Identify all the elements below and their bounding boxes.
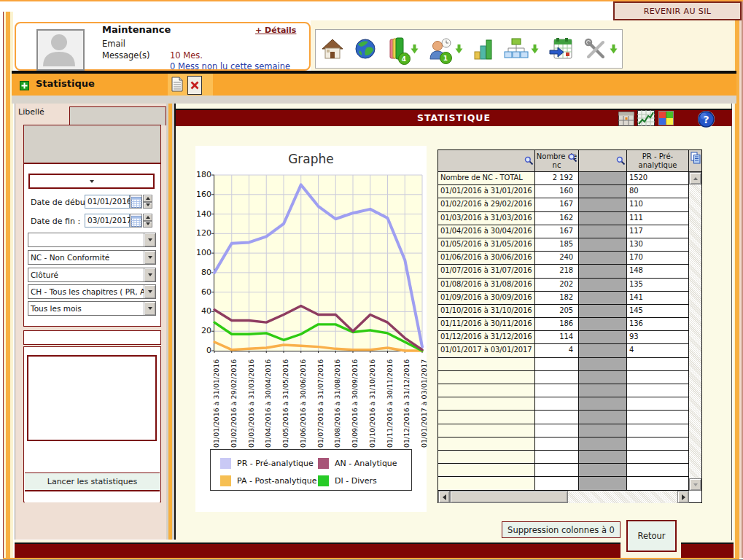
horizontal-scrollbar[interactable] xyxy=(438,491,689,503)
table-row[interactable] xyxy=(438,464,689,477)
table-row[interactable]: 01/09/2016 à 30/09/2016182141 xyxy=(438,292,689,305)
table-row[interactable]: 01/03/2016 à 31/03/2016162111 xyxy=(438,212,689,225)
table-row[interactable] xyxy=(438,358,689,371)
expand-down-icon[interactable] xyxy=(411,44,419,54)
date-start-input[interactable]: 01/01/2016 xyxy=(85,195,130,209)
table-cell: 01/08/2016 à 31/08/2016 xyxy=(438,279,535,292)
table-cell: 136 xyxy=(627,318,689,331)
date-end-input[interactable]: 03/01/2017 xyxy=(85,214,130,228)
table-row[interactable]: 01/01/2016 à 31/01/201616080 xyxy=(438,185,689,198)
table-row[interactable]: 01/10/2016 à 31/10/2016205145 xyxy=(438,305,689,318)
messages-count: 10 Mes. xyxy=(170,50,203,61)
expand-down-icon[interactable] xyxy=(531,44,539,54)
expand-down-icon[interactable] xyxy=(610,44,618,54)
table-row[interactable] xyxy=(438,424,689,438)
page-tab-button[interactable] xyxy=(171,77,183,95)
table-cell xyxy=(438,464,535,477)
table-cell xyxy=(535,464,579,477)
table-row[interactable]: Nombre de NC - TOTAL2 1921520 xyxy=(438,172,689,185)
statistic-type-combo[interactable] xyxy=(28,174,155,189)
table-row[interactable]: 01/01/2017 à 03/01/201744 xyxy=(438,344,689,357)
chevron-down-icon[interactable] xyxy=(144,302,155,315)
scroll-right-button[interactable] xyxy=(677,491,689,503)
search-icon[interactable] xyxy=(524,156,534,166)
home-icon xyxy=(321,37,344,61)
copy-icon[interactable] xyxy=(691,152,701,164)
table-row[interactable]: 01/08/2016 à 31/08/2016202135 xyxy=(438,279,689,292)
selection-listbox[interactable] xyxy=(27,355,157,441)
filter-combo-months[interactable]: Tous les mois xyxy=(28,301,156,316)
table-row[interactable]: 01/02/2016 à 29/02/2016167110 xyxy=(438,198,689,211)
statistics-button[interactable] xyxy=(472,37,494,61)
date-start-spinner[interactable] xyxy=(143,195,152,209)
column-header-period[interactable] xyxy=(438,150,535,172)
search-icon[interactable] xyxy=(616,156,626,166)
suppress-zero-columns-button[interactable]: Suppression colonnes à 0 xyxy=(502,521,621,538)
library-button[interactable]: 4 xyxy=(386,36,419,61)
table-cell xyxy=(579,358,627,371)
chevron-down-icon[interactable] xyxy=(144,268,155,281)
spin-up-icon[interactable] xyxy=(143,195,152,202)
home-button[interactable] xyxy=(321,37,344,61)
sidebar-tab[interactable] xyxy=(69,106,166,125)
table-row[interactable] xyxy=(438,477,689,490)
column-header-hidden[interactable] xyxy=(579,150,627,172)
scroll-down-button[interactable] xyxy=(689,478,701,491)
chevron-down-icon[interactable] xyxy=(144,285,155,298)
legend-swatch xyxy=(220,458,231,469)
table-row[interactable]: 01/11/2016 à 30/11/2016186136 xyxy=(438,318,689,331)
filter-combo-status[interactable]: Clôturé xyxy=(28,268,156,282)
globe-button[interactable] xyxy=(354,37,377,61)
table-cell xyxy=(579,172,627,185)
table-row[interactable] xyxy=(438,371,689,384)
scrollbar-thumb[interactable] xyxy=(450,491,568,503)
close-tab-button[interactable] xyxy=(187,76,202,95)
scroll-up-button[interactable] xyxy=(689,172,701,184)
expand-down-icon[interactable] xyxy=(455,44,463,54)
table-row[interactable] xyxy=(438,438,689,451)
user-history-button[interactable]: 1 xyxy=(428,37,463,61)
table-row[interactable] xyxy=(438,411,689,424)
export-corner-cell[interactable] xyxy=(689,150,701,172)
filter-combo-type[interactable]: NC - Non Conformité xyxy=(28,250,156,265)
table-row[interactable] xyxy=(438,397,689,411)
active-page-tab[interactable]: Statistique xyxy=(36,78,95,89)
spin-down-icon[interactable] xyxy=(143,221,152,228)
column-header-nc-count[interactable]: Nombre de nc xyxy=(535,150,579,172)
color-settings-button[interactable] xyxy=(658,111,674,128)
spin-down-icon[interactable] xyxy=(143,202,152,209)
add-tab-button[interactable] xyxy=(20,79,29,93)
table-row[interactable]: 01/05/2016 à 31/05/2016185130 xyxy=(438,238,689,252)
table-row[interactable]: 01/12/2016 à 31/12/201611493 xyxy=(438,331,689,344)
chevron-down-icon[interactable] xyxy=(144,233,155,246)
column-header-pr[interactable]: PR - Pré-analytique xyxy=(627,150,689,172)
date-start-calendar-button[interactable] xyxy=(130,195,142,209)
run-statistics-button[interactable]: Lancer les statistiques xyxy=(25,472,160,491)
table-row[interactable] xyxy=(438,384,689,397)
table-cell xyxy=(535,397,579,411)
chart-view-button[interactable] xyxy=(637,110,655,129)
table-row[interactable]: 01/06/2016 à 30/06/2016240170 xyxy=(438,252,689,265)
vertical-scrollbar[interactable] xyxy=(689,172,701,491)
date-end-spinner[interactable] xyxy=(143,214,152,228)
settings-button[interactable] xyxy=(583,37,618,61)
filter-combo-chapter[interactable]: CH - Tous les chapitres ( PR, AN, xyxy=(28,284,156,299)
help-button[interactable]: ? xyxy=(697,110,715,131)
chevron-down-icon[interactable] xyxy=(144,251,155,264)
spin-up-icon[interactable] xyxy=(143,214,152,221)
search-icon[interactable] xyxy=(568,153,577,163)
planning-button[interactable] xyxy=(548,37,573,61)
organisation-button[interactable] xyxy=(504,37,539,61)
back-button[interactable]: Retour xyxy=(626,520,677,552)
user-panel-title: Maintenance xyxy=(102,24,171,35)
table-row[interactable] xyxy=(438,451,689,464)
date-end-calendar-button[interactable] xyxy=(130,214,142,228)
scroll-left-button[interactable] xyxy=(438,491,450,503)
details-link[interactable]: + Détails xyxy=(255,26,296,35)
y-axis-labels: 020406080100120140160180 xyxy=(195,175,211,351)
table-row[interactable]: 01/04/2016 à 30/04/2016167117 xyxy=(438,225,689,238)
table-row[interactable]: 01/07/2016 à 31/07/2016218148 xyxy=(438,265,689,278)
table-view-button[interactable] xyxy=(618,112,634,129)
back-to-sil-button[interactable]: REVENIR AU SIL xyxy=(613,1,742,20)
filter-combo-site[interactable] xyxy=(28,233,156,247)
